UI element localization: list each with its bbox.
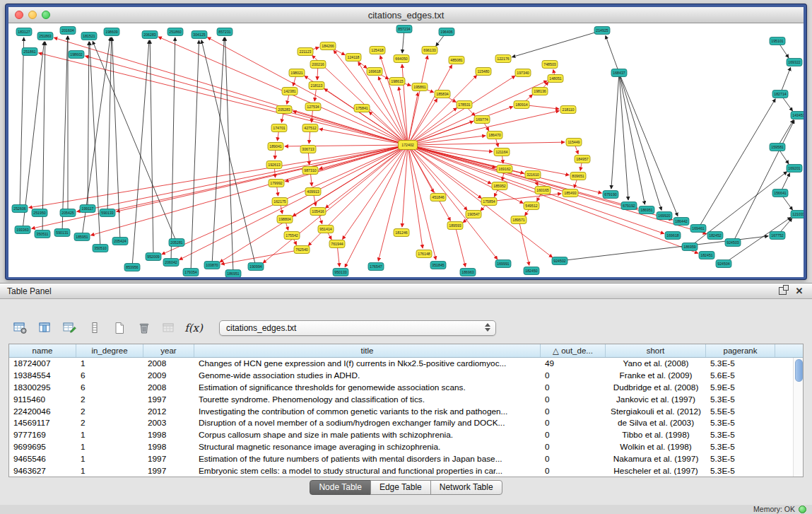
graph-node[interactable]: 427512 bbox=[302, 124, 318, 132]
graph-node[interactable]: 190994 bbox=[248, 263, 264, 271]
graph-node[interactable]: 761944 bbox=[329, 240, 345, 248]
graph-node[interactable]: 169461 bbox=[690, 225, 706, 233]
vertical-scrollbar[interactable] bbox=[793, 358, 803, 477]
graph-node[interactable]: 190547 bbox=[466, 211, 481, 218]
graph-node[interactable]: 664050 bbox=[394, 55, 409, 63]
column-header-2[interactable]: year bbox=[143, 344, 194, 357]
graph-node[interactable]: 218110 bbox=[560, 106, 576, 114]
column-header-6[interactable]: pagerank bbox=[706, 344, 775, 357]
graph-node[interactable]: 184957 bbox=[575, 156, 590, 163]
graph-node[interactable]: 175854 bbox=[481, 198, 497, 206]
graph-node[interactable]: 857231 bbox=[217, 28, 233, 36]
graph-node[interactable]: 174701 bbox=[271, 124, 287, 132]
graph-node[interactable]: 121033 bbox=[791, 211, 804, 218]
minimize-button[interactable] bbox=[28, 11, 37, 19]
graph-node[interactable]: 148051 bbox=[548, 75, 563, 83]
graph-node[interactable]: 350510 bbox=[93, 245, 108, 252]
graph-node[interactable]: 176148 bbox=[416, 250, 432, 258]
graph-node[interactable]: 162175 bbox=[272, 198, 288, 206]
graph-node[interactable]: 182451 bbox=[699, 252, 714, 259]
graph-node[interactable]: 180914 bbox=[514, 101, 529, 109]
graph-node[interactable]: 122176 bbox=[495, 55, 511, 63]
graph-node[interactable]: 167752 bbox=[770, 232, 785, 240]
tab-network-table[interactable]: Network Table bbox=[430, 480, 502, 495]
table-row[interactable]: 977716911998Corpus callosum shape and si… bbox=[9, 429, 803, 441]
graph-node[interactable]: 127534 bbox=[305, 103, 321, 111]
window-titlebar[interactable]: citations_edges.txt bbox=[8, 7, 804, 23]
graph-node[interactable]: 181521 bbox=[81, 33, 97, 40]
graph-node[interactable]: 304125 bbox=[192, 31, 207, 39]
graph-node[interactable]: 221123 bbox=[298, 48, 313, 56]
graph-node[interactable]: 169162 bbox=[497, 165, 512, 173]
table-row[interactable]: 1830029562008Estimation of significance … bbox=[9, 382, 803, 394]
row-selector-icon[interactable] bbox=[86, 319, 104, 337]
graph-node[interactable]: 321610 bbox=[525, 171, 541, 179]
graph-node[interactable]: 205281 bbox=[169, 239, 184, 247]
graph-node[interactable]: 924504 bbox=[716, 260, 731, 268]
graph-node[interactable]: 160165 bbox=[535, 187, 551, 194]
graph-node[interactable]: 178531 bbox=[457, 101, 472, 109]
graph-node[interactable]: 184266 bbox=[320, 42, 336, 50]
graph-node[interactable]: 199117 bbox=[80, 205, 95, 213]
graph-node[interactable]: 182452 bbox=[707, 232, 723, 240]
graph-node[interactable]: 924503 bbox=[725, 239, 741, 247]
graph-node[interactable]: 306713 bbox=[300, 146, 316, 153]
graph-node[interactable]: 169991 bbox=[495, 260, 511, 268]
function-builder-icon[interactable]: f(x) bbox=[184, 319, 203, 337]
column-header-5[interactable]: short bbox=[606, 344, 706, 357]
graph-node[interactable]: 181246 bbox=[394, 229, 409, 237]
column-header-3[interactable]: title bbox=[194, 344, 541, 357]
graph-node[interactable]: 205424 bbox=[112, 238, 128, 245]
graph-node[interactable]: 549512 bbox=[524, 202, 539, 210]
graph-node[interactable]: 197340 bbox=[515, 69, 531, 77]
graph-node[interactable]: 168437 bbox=[611, 69, 627, 77]
graph-node[interactable]: 143451 bbox=[791, 112, 804, 119]
graph-node[interactable]: 853956 bbox=[124, 264, 140, 271]
network-canvas[interactable]: 1724022211231842661241181696181986151958… bbox=[8, 23, 804, 277]
graph-node[interactable]: 192613 bbox=[266, 161, 282, 169]
zoom-button[interactable] bbox=[42, 11, 50, 19]
close-button[interactable] bbox=[15, 11, 23, 19]
graph-node[interactable]: 198615 bbox=[389, 78, 405, 86]
graph-node[interactable]: 185834 bbox=[435, 90, 450, 98]
graph-node[interactable]: 218113 bbox=[309, 82, 324, 90]
column-header-1[interactable]: in_degree bbox=[76, 344, 143, 357]
graph-node[interactable]: 952009 bbox=[146, 253, 161, 261]
graph-node[interactable]: 185493 bbox=[563, 189, 578, 197]
graph-node[interactable]: 251863 bbox=[37, 33, 53, 40]
graph-node[interactable]: 198804 bbox=[277, 216, 293, 223]
graph-node[interactable]: 189593 bbox=[447, 222, 463, 230]
graph-node[interactable]: 205425 bbox=[60, 209, 76, 217]
graph-node[interactable]: 105416 bbox=[310, 208, 326, 216]
table-row[interactable]: 2242004622012Investigating the contribut… bbox=[9, 405, 803, 417]
graph-node[interactable]: 185952 bbox=[492, 182, 507, 190]
graph-node[interactable]: 185951 bbox=[74, 233, 90, 241]
table-row[interactable]: 946554611997Estimation of the future num… bbox=[9, 452, 803, 465]
graph-node[interactable]: 590131 bbox=[54, 229, 70, 237]
graph-node[interactable]: 206283 bbox=[142, 31, 158, 39]
graph-node[interactable]: 195861 bbox=[412, 83, 428, 91]
graph-node[interactable]: 169201 bbox=[787, 165, 802, 173]
table-row[interactable]: 1872400712008Changes of HCN gene express… bbox=[9, 358, 803, 370]
graph-node[interactable]: 198609 bbox=[104, 28, 119, 36]
graph-node[interactable]: 186951 bbox=[225, 270, 241, 278]
graph-node[interactable]: 169322 bbox=[787, 59, 802, 66]
graph-node[interactable]: 251950 bbox=[32, 209, 47, 217]
graph-node[interactable]: 103870 bbox=[204, 262, 220, 269]
graph-node[interactable]: 169618 bbox=[367, 68, 382, 76]
graph-node[interactable]: 186959 bbox=[682, 243, 698, 251]
table-settings-icon[interactable] bbox=[11, 319, 30, 337]
graph-node[interactable]: 169774 bbox=[474, 116, 490, 124]
graph-node[interactable]: 951414 bbox=[318, 226, 334, 233]
graph-node[interactable]: 179354 bbox=[183, 269, 199, 276]
column-chooser-icon[interactable] bbox=[36, 319, 54, 337]
graph-node[interactable]: 485081 bbox=[449, 57, 464, 64]
graph-node[interactable]: 182714 bbox=[772, 90, 788, 98]
table-row[interactable]: 1938455462009Genome-wide association stu… bbox=[9, 370, 803, 382]
graph-node[interactable]: 182450 bbox=[524, 267, 539, 275]
scrollbar-thumb[interactable] bbox=[795, 359, 803, 382]
graph-node[interactable]: 124118 bbox=[346, 54, 361, 62]
graph-node[interactable]: 125418 bbox=[370, 47, 385, 54]
graph-node[interactable]: 115480 bbox=[476, 68, 491, 76]
graph-node[interactable]: 205283 bbox=[276, 106, 292, 114]
